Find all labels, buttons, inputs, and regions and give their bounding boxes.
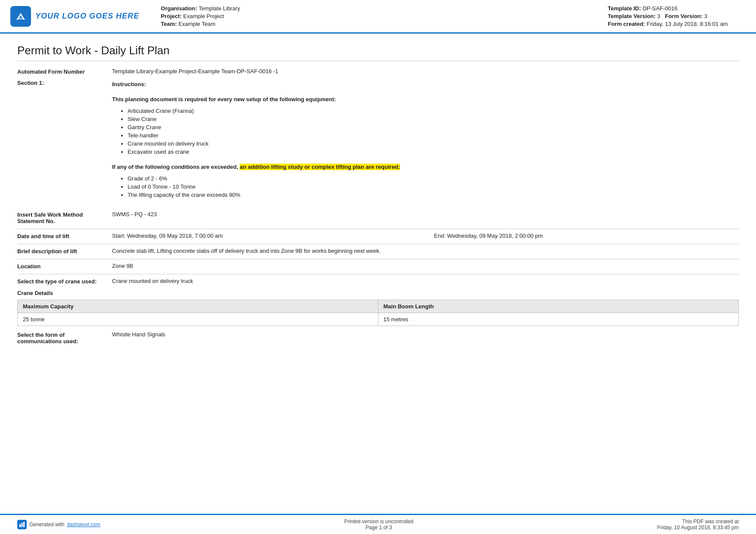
crane-boom-value: 15 metres <box>378 313 739 326</box>
logo-icon <box>10 6 31 27</box>
date-label: Date and time of lift <box>17 233 112 239</box>
date-row: Date and time of lift Start: Wednesday, … <box>17 233 739 239</box>
list-item: Excavator used as crane <box>128 149 739 155</box>
communications-row: Select the form of communications used: … <box>17 331 739 345</box>
organisation-row: Organisation: Template Library <box>161 5 599 12</box>
footer-right: This PDF was created at Friday, 10 Augus… <box>657 518 739 531</box>
crane-table-header-boom: Main Boom Length <box>378 300 739 313</box>
form-version-value: 3 <box>704 13 707 19</box>
date-value: Start: Wednesday, 09 May 2018, 7:00:00 a… <box>112 233 739 239</box>
project-value: Example Project <box>183 13 224 19</box>
location-label: Location <box>17 263 112 270</box>
footer-center: Printed version is uncontrolled Page 1 o… <box>344 518 413 531</box>
form-version-label: Form Version: <box>665 13 703 19</box>
equipment-list: Articulated Crane (Franna) Slew Crane Ga… <box>128 108 739 155</box>
version-row: Template Version: 3 Form Version: 3 <box>608 13 746 19</box>
header-center: Organisation: Template Library Project: … <box>148 5 599 27</box>
crane-capacity-value: 25 tonne <box>18 313 378 326</box>
instructions-intro: This planning document is required for e… <box>112 96 739 102</box>
swms-label: Insert Safe Work Method Statement No. <box>17 211 112 224</box>
crane-type-row: Select the type of crane used: Crane mou… <box>17 278 739 285</box>
location-row: Location Zone 9B <box>17 263 739 270</box>
template-id-value: DP-SAF-0016 <box>643 5 678 12</box>
page-footer: Generated with dashpivot.com Printed ver… <box>0 514 756 534</box>
template-id-row: Template ID: DP-SAF-0016 <box>608 5 746 12</box>
svg-rect-3 <box>23 522 25 527</box>
list-item: Slew Crane <box>128 116 739 122</box>
template-version-value: 3 <box>657 13 660 19</box>
automated-form-label: Automated Form Number <box>17 68 112 75</box>
project-row: Project: Example Project <box>161 13 599 19</box>
list-item: The lifting capacity of the crane exceed… <box>128 192 739 198</box>
conditions-highlight: an addition lifting study or complex lif… <box>240 164 400 170</box>
brief-desc-label: Brief description of lift <box>17 248 112 255</box>
instructions-heading: Instructions: <box>112 81 146 87</box>
list-item: Articulated Crane (Franna) <box>128 108 739 114</box>
list-item: Grade of 2 - 6% <box>128 175 739 182</box>
svg-rect-1 <box>19 524 21 527</box>
form-created-value: Friday, 13 July 2018, 8:16:01 am <box>647 21 728 27</box>
page-text: Page 1 <box>366 525 383 531</box>
brief-desc-value: Concrete slab lift. Lifting concrete sla… <box>112 248 739 254</box>
brief-desc-row: Brief description of lift Concrete slab … <box>17 248 739 255</box>
table-row: 25 tonne 15 metres <box>18 313 739 326</box>
page-number: Page 1 of 3 <box>344 525 413 531</box>
form-created-label: Form created: <box>608 21 645 27</box>
crane-table-header-capacity: Maximum Capacity <box>18 300 378 313</box>
automated-form-row: Automated Form Number Template Library-E… <box>17 68 739 75</box>
crane-table: Maximum Capacity Main Boom Length 25 ton… <box>17 300 739 326</box>
swms-row: Insert Safe Work Method Statement No. SW… <box>17 211 739 224</box>
crane-details-title: Crane Details <box>17 290 739 296</box>
automated-form-value: Template Library-Example Project-Example… <box>112 68 739 75</box>
organisation-label: Organisation: <box>161 5 197 12</box>
generated-text: Generated with <box>29 522 64 528</box>
svg-rect-0 <box>17 18 24 19</box>
logo-text: YOUR LOGO GOES HERE <box>35 12 139 21</box>
list-item: Gantry Crane <box>128 124 739 130</box>
conditions-list: Grade of 2 - 6% Load of 0 Tonne - 10 Ton… <box>128 175 739 198</box>
date-start: Start: Wednesday, 09 May 2018, 7:00:00 a… <box>112 233 417 239</box>
team-row: Team: Example Team <box>161 21 599 27</box>
list-item: Tele-handler <box>128 132 739 139</box>
footer-left: Generated with dashpivot.com <box>17 520 100 529</box>
main-content: Permit to Work - Daily Lift Plan Automat… <box>0 34 756 357</box>
logo-section: YOUR LOGO GOES HERE <box>10 5 139 27</box>
section1-row: Section 1: Instructions: This planning d… <box>17 79 739 207</box>
date-end: End: Wednesday, 09 May 2018, 2:00:00 pm <box>417 233 739 239</box>
location-value: Zone 9B <box>112 263 739 269</box>
team-value: Example Team <box>178 21 216 27</box>
conditions-text: If any of the following conditions are e… <box>112 164 739 170</box>
uncontrolled-text: Printed version is uncontrolled <box>344 518 413 525</box>
project-label: Project: <box>161 13 181 19</box>
form-created-row: Form created: Friday, 13 July 2018, 8:16… <box>608 21 746 27</box>
list-item: Load of 0 Tonne - 10 Tonne <box>128 183 739 190</box>
header-right: Template ID: DP-SAF-0016 Template Versio… <box>608 5 746 27</box>
page-title: Permit to Work - Daily Lift Plan <box>17 44 739 61</box>
pdf-created-line2: Friday, 10 August 2018, 8:33:45 pm <box>657 525 739 531</box>
list-item: Crane mounted on delivery truck <box>128 140 739 147</box>
crane-type-label: Select the type of crane used: <box>17 278 112 285</box>
dashpivot-link[interactable]: dashpivot.com <box>67 522 100 528</box>
page-header: YOUR LOGO GOES HERE Organisation: Templa… <box>0 0 756 34</box>
crane-type-value: Crane mounted on delivery truck <box>112 278 739 284</box>
svg-rect-2 <box>22 523 23 527</box>
conditions-prefix: If any of the following conditions are e… <box>112 164 240 170</box>
of-text: of 3 <box>383 525 392 531</box>
instructions-block: Instructions: This planning document is … <box>112 81 739 207</box>
template-version-label: Template Version: <box>608 13 656 19</box>
communications-value: Whistle Hand Signals <box>112 331 739 338</box>
swms-value: SWMS - PQ - 423 <box>112 211 739 217</box>
template-id-label: Template ID: <box>608 5 641 12</box>
pdf-created-line1: This PDF was created at <box>657 518 739 525</box>
team-label: Team: <box>161 21 177 27</box>
communications-label: Select the form of communications used: <box>17 331 112 345</box>
footer-logo-icon <box>17 520 27 529</box>
section1-label: Section 1: <box>17 79 112 86</box>
organisation-value: Template Library <box>199 5 240 12</box>
